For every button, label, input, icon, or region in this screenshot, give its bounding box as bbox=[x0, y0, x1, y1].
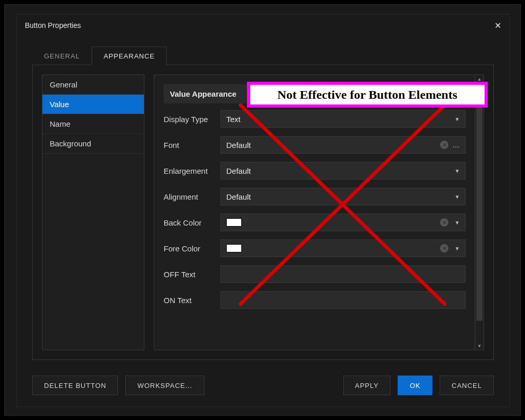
tab-appearance[interactable]: APPEARANCE bbox=[92, 47, 167, 65]
label-alignment: Alignment bbox=[164, 192, 221, 201]
cancel-button[interactable]: CANCEL bbox=[440, 376, 494, 395]
chevron-down-icon: ▼ bbox=[455, 116, 460, 122]
label-enlargement: Enlargement bbox=[164, 167, 221, 175]
label-on-text: ON Text bbox=[164, 296, 221, 305]
appearance-sidebar: General Value Name Background bbox=[42, 74, 144, 350]
chevron-down-icon: ▼ bbox=[455, 220, 460, 226]
field-display-type[interactable]: Text ▼ bbox=[221, 110, 465, 128]
color-swatch bbox=[226, 218, 242, 227]
field-enlargement[interactable]: Default ▼ bbox=[221, 162, 465, 179]
clear-icon[interactable]: ✕ bbox=[440, 244, 448, 252]
label-display-type: Display Type bbox=[164, 115, 221, 124]
workspace-button[interactable]: WORKSPACE... bbox=[125, 376, 204, 395]
sidebar-item-value[interactable]: Value bbox=[42, 95, 144, 114]
clear-icon[interactable]: ✕ bbox=[440, 218, 448, 227]
clear-icon[interactable]: ✕ bbox=[440, 141, 448, 149]
field-font[interactable]: Default ✕ … bbox=[221, 136, 465, 154]
close-icon[interactable]: ✕ bbox=[494, 21, 501, 31]
apply-button[interactable]: APPLY bbox=[343, 376, 391, 395]
value-display-type: Text bbox=[226, 115, 241, 124]
field-alignment[interactable]: Default ▼ bbox=[221, 188, 465, 205]
sidebar-item-background[interactable]: Background bbox=[42, 134, 144, 154]
label-back-color: Back Color bbox=[164, 218, 221, 227]
scroll-up-icon[interactable]: ▲ bbox=[476, 75, 484, 83]
scrollbar[interactable]: ▲ ▼ bbox=[475, 74, 484, 350]
field-off-text[interactable] bbox=[221, 265, 465, 283]
chevron-down-icon: ▼ bbox=[455, 194, 460, 200]
value-alignment: Default bbox=[226, 192, 251, 201]
chevron-down-icon: ▼ bbox=[455, 246, 460, 251]
scroll-down-icon[interactable]: ▼ bbox=[476, 342, 484, 350]
value-enlargement: Default bbox=[226, 167, 251, 175]
scrollbar-thumb[interactable] bbox=[476, 83, 483, 321]
label-fore-color: Fore Color bbox=[164, 244, 221, 253]
ellipsis-icon[interactable]: … bbox=[451, 141, 461, 149]
field-on-text[interactable] bbox=[221, 291, 465, 309]
sidebar-item-name[interactable]: Name bbox=[42, 114, 144, 134]
label-font: Font bbox=[164, 141, 221, 149]
sidebar-item-general[interactable]: General bbox=[42, 75, 144, 95]
delete-button[interactable]: DELETE BUTTON bbox=[32, 376, 118, 395]
tab-general[interactable]: GENERAL bbox=[32, 47, 92, 65]
chevron-down-icon: ▼ bbox=[455, 168, 460, 174]
ok-button[interactable]: OK bbox=[398, 376, 432, 395]
field-back-color[interactable]: ✕ ▼ bbox=[221, 214, 465, 231]
field-fore-color[interactable]: ✕ ▼ bbox=[221, 239, 465, 257]
color-swatch bbox=[226, 244, 242, 252]
value-appearance-panel: Value Appearance Display Type Text ▼ Fon… bbox=[154, 74, 475, 350]
panel-title: Value Appearance bbox=[164, 84, 465, 103]
value-font: Default bbox=[226, 141, 251, 149]
dialog-titlebar: Button Properties ✕ bbox=[17, 14, 509, 36]
label-off-text: OFF Text bbox=[164, 270, 221, 279]
dialog-title: Button Properties bbox=[25, 21, 81, 29]
